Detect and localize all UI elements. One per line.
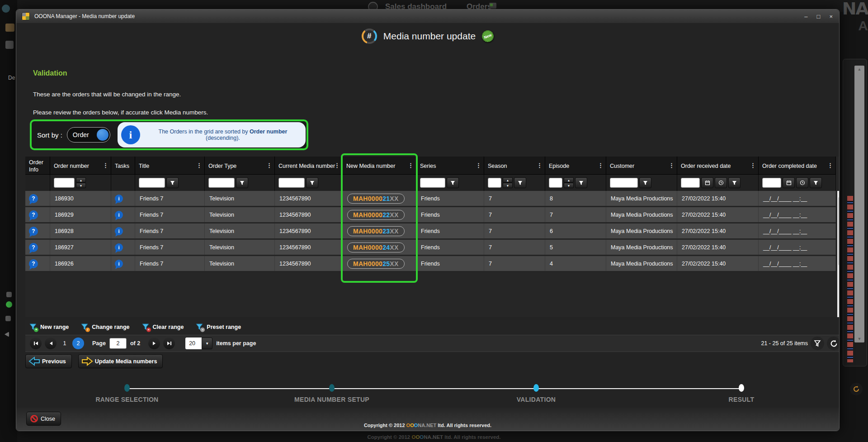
- last-page-button[interactable]: [163, 337, 175, 349]
- column-menu-icon[interactable]: ⋮: [598, 162, 604, 169]
- table-row[interactable]: ? 186930 i Friends 7 Television 12345678…: [25, 191, 836, 207]
- refresh-icon[interactable]: [827, 337, 840, 350]
- items-per-page-select[interactable]: 20 ▼: [185, 337, 212, 349]
- chevron-down-icon[interactable]: ▼: [202, 337, 212, 349]
- close-window-button[interactable]: ×: [829, 14, 833, 19]
- new-media-number-pill[interactable]: MAH000024XX: [347, 242, 405, 252]
- order-info-icon[interactable]: ?: [29, 194, 38, 203]
- column-menu-icon[interactable]: ⋮: [334, 162, 340, 169]
- minimize-button[interactable]: –: [804, 14, 807, 19]
- current-media-filter-input[interactable]: [278, 178, 305, 188]
- current-media-filter-button[interactable]: [306, 177, 318, 188]
- tasks-icon[interactable]: i: [115, 195, 123, 203]
- column-menu-icon[interactable]: ⋮: [750, 162, 756, 169]
- column-header-title[interactable]: Title⋮: [135, 157, 205, 175]
- background-small-icon: [6, 292, 12, 297]
- season-filter-input[interactable]: [488, 178, 501, 188]
- media-number-update-window: OOONA Manager - Media number update – □ …: [16, 9, 840, 431]
- clear-filters-icon[interactable]: [811, 337, 824, 350]
- first-page-button[interactable]: [30, 337, 42, 349]
- update-media-numbers-button[interactable]: Update Media numbers: [78, 354, 163, 368]
- table-row[interactable]: ? 186929 i Friends 7 Television 12345678…: [25, 207, 836, 223]
- column-header-current-media-number[interactable]: Current Media number⋮: [275, 157, 343, 175]
- new-media-number-pill[interactable]: MAH000025XX: [347, 259, 405, 269]
- series-filter-input[interactable]: [420, 178, 445, 188]
- table-row[interactable]: ? 186927 i Friends 7 Television 12345678…: [25, 240, 836, 256]
- order-type-filter-input[interactable]: [208, 178, 235, 188]
- next-page-button[interactable]: [148, 337, 160, 349]
- season-spinner[interactable]: ▲▼: [503, 177, 513, 188]
- column-header-series[interactable]: Series⋮: [416, 157, 484, 175]
- received-date-calendar-button[interactable]: [701, 177, 713, 188]
- previous-page-button[interactable]: [45, 337, 57, 349]
- tasks-icon[interactable]: i: [115, 227, 123, 235]
- completed-date-filter-input[interactable]: [762, 178, 781, 188]
- preset-range-button[interactable]: • Preset range: [195, 323, 241, 331]
- grid-scrollbar[interactable]: ▲ ▼: [837, 191, 840, 317]
- column-header-new-media-number[interactable]: New Media number⋮: [343, 157, 416, 175]
- maximize-button[interactable]: □: [817, 14, 821, 19]
- new-media-number-pill[interactable]: MAH000023XX: [347, 226, 405, 236]
- sort-toggle[interactable]: Order: [67, 127, 110, 143]
- column-header-customer[interactable]: Customer⋮: [606, 157, 677, 175]
- tasks-icon[interactable]: i: [115, 243, 123, 252]
- order-info-icon[interactable]: ?: [29, 227, 38, 236]
- column-menu-icon[interactable]: ⋮: [476, 162, 481, 169]
- column-header-tasks[interactable]: Tasks: [111, 157, 135, 175]
- scroll-up-icon[interactable]: ▲: [837, 192, 840, 196]
- series-filter-button[interactable]: [447, 177, 459, 188]
- table-row[interactable]: ? 186926 i Friends 7 Television 12345678…: [25, 256, 836, 272]
- received-date-time-button[interactable]: [715, 177, 727, 188]
- new-media-number-pill[interactable]: MAH000022XX: [347, 210, 405, 220]
- column-header-order-received-date[interactable]: Order received date⋮: [677, 157, 759, 175]
- column-menu-icon[interactable]: ⋮: [537, 162, 542, 169]
- column-header-order-number[interactable]: Order number⋮: [50, 157, 111, 175]
- items-per-page-value: 20: [185, 337, 202, 349]
- column-menu-icon[interactable]: ⋮: [266, 162, 272, 169]
- column-menu-icon[interactable]: ⋮: [196, 162, 202, 169]
- order-info-icon[interactable]: ?: [29, 259, 38, 268]
- clear-range-button[interactable]: × Clear range: [142, 323, 184, 331]
- window-titlebar[interactable]: OOONA Manager - Media number update – □ …: [16, 10, 839, 23]
- customer-filter-button[interactable]: [639, 177, 651, 188]
- column-menu-icon[interactable]: ⋮: [103, 162, 108, 169]
- column-header-order-info[interactable]: Order Info: [25, 157, 50, 175]
- episode-filter-button[interactable]: [575, 177, 587, 188]
- new-media-number-pill[interactable]: MAH000021XX: [347, 194, 405, 204]
- tasks-icon[interactable]: i: [115, 260, 123, 268]
- column-header-episode[interactable]: Episode⋮: [545, 157, 606, 175]
- episode-spinner[interactable]: ▲▼: [564, 177, 574, 188]
- column-header-order-completed-date[interactable]: Order completed date⋮: [759, 157, 836, 175]
- toggle-knob[interactable]: [97, 129, 108, 141]
- received-date-filter-button[interactable]: [728, 177, 741, 188]
- column-menu-icon[interactable]: ⋮: [669, 162, 675, 169]
- previous-button[interactable]: Previous: [25, 354, 72, 368]
- column-menu-icon[interactable]: ⋮: [827, 162, 833, 169]
- order-info-icon[interactable]: ?: [29, 210, 38, 219]
- received-date-filter-input[interactable]: [681, 178, 700, 188]
- title-filter-input[interactable]: [139, 178, 165, 188]
- new-range-button[interactable]: + New range: [29, 323, 69, 331]
- change-range-button[interactable]: / Change range: [80, 323, 129, 331]
- page-button-1[interactable]: 1: [60, 340, 70, 347]
- column-menu-icon[interactable]: ⋮: [408, 162, 414, 169]
- completed-date-time-button[interactable]: [796, 177, 808, 188]
- scroll-down-icon[interactable]: ▼: [837, 312, 840, 316]
- order-number-spinner[interactable]: ▲▼: [76, 177, 86, 188]
- season-filter-button[interactable]: [514, 177, 526, 188]
- column-header-season[interactable]: Season⋮: [484, 157, 545, 175]
- table-row[interactable]: ? 186928 i Friends 7 Television 12345678…: [25, 223, 836, 240]
- customer-filter-input[interactable]: [610, 178, 638, 188]
- tasks-icon[interactable]: i: [115, 211, 123, 219]
- completed-date-filter-button[interactable]: [810, 177, 822, 188]
- episode-filter-input[interactable]: [549, 178, 562, 188]
- column-header-order-type[interactable]: Order Type⋮: [205, 157, 275, 175]
- page-button-2-current[interactable]: 2: [72, 337, 84, 349]
- order-number-filter-input[interactable]: [54, 178, 75, 188]
- title-filter-button[interactable]: [166, 177, 179, 188]
- order-type-filter-button[interactable]: [236, 177, 248, 188]
- scrollbar-thumb[interactable]: [838, 197, 840, 265]
- completed-date-calendar-button[interactable]: [783, 177, 795, 188]
- order-info-icon[interactable]: ?: [29, 243, 38, 252]
- page-number-input[interactable]: [109, 338, 127, 349]
